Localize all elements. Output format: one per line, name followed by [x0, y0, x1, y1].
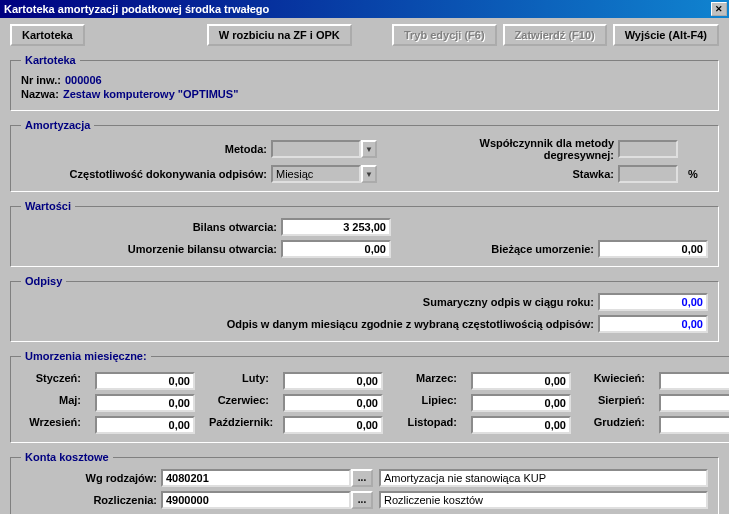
titlebar: Kartoteka amortyzacji podatkowej środka …: [0, 0, 729, 18]
amortyzacja-legend: Amortyzacja: [21, 119, 94, 131]
stawka-input[interactable]: [618, 165, 678, 183]
nazwa-value: Zestaw komputerowy "OPTIMUS": [63, 88, 238, 100]
window-title: Kartoteka amortyzacji podatkowej środka …: [2, 3, 711, 15]
month-value: 0,00: [471, 372, 571, 390]
wyjscie-button[interactable]: Wyjście (Alt-F4): [613, 24, 719, 46]
month-label: Czerwiec:: [209, 394, 269, 412]
nrinw-label: Nr inw.:: [21, 74, 61, 86]
rozl-label: Rozliczenia:: [21, 494, 161, 506]
stawka-label: Stawka:: [461, 168, 618, 180]
czest-value: Miesiąc: [271, 165, 361, 183]
konta-group: Konta kosztowe Wg rodzajów: 4080201 ... …: [10, 451, 719, 514]
kartoteka-legend: Kartoteka: [21, 54, 80, 66]
konta-legend: Konta kosztowe: [21, 451, 113, 463]
month-value: 0,00: [95, 372, 195, 390]
odpisy-legend: Odpisy: [21, 275, 66, 287]
biez-label: Bieżące umorzenie:: [391, 243, 598, 255]
metoda-label: Metoda:: [21, 143, 271, 155]
month-label: Kwiecień:: [585, 372, 645, 390]
rozbicie-button[interactable]: W rozbiciu na ZF i OPK: [207, 24, 352, 46]
mies-odpis-value: 0,00: [598, 315, 708, 333]
rodz-label: Wg rodzajów:: [21, 472, 161, 484]
nrinw-value: 000006: [65, 74, 102, 86]
zatwierdz-button[interactable]: Zatwierdź (F10): [503, 24, 607, 46]
czest-select[interactable]: Miesiąc ▼: [271, 165, 461, 183]
month-value: 0,00: [95, 394, 195, 412]
month-label: Wrzesień:: [21, 416, 81, 434]
month-label: Luty:: [209, 372, 269, 390]
rozl-code-input[interactable]: 4900000: [161, 491, 351, 509]
rozl-desc: Rozliczenie kosztów: [379, 491, 708, 509]
month-label: Sierpień:: [585, 394, 645, 412]
odpisy-group: Odpisy Sumaryczny odpis w ciągu roku: 0,…: [10, 275, 719, 342]
tryb-edycji-button[interactable]: Tryb edycji (F6): [392, 24, 497, 46]
sum-odpis-label: Sumaryczny odpis w ciągu roku:: [21, 296, 598, 308]
nazwa-label: Nazwa:: [21, 88, 59, 100]
miesiace-legend: Umorzenia miesięczne:: [21, 350, 151, 362]
month-label: Maj:: [21, 394, 81, 412]
rodz-desc: Amortyzacja nie stanowiąca KUP: [379, 469, 708, 487]
month-label: Listopad:: [397, 416, 457, 434]
pct-label: %: [688, 168, 708, 180]
month-value: 0,00: [659, 394, 729, 412]
metoda-value: [271, 140, 361, 158]
month-label: Lipiec:: [397, 394, 457, 412]
bilans-value: 3 253,00: [281, 218, 391, 236]
close-icon[interactable]: ✕: [711, 2, 727, 16]
month-label: Marzec:: [397, 372, 457, 390]
toolbar: Kartoteka W rozbiciu na ZF i OPK Tryb ed…: [10, 24, 719, 46]
month-value: 0,00: [471, 394, 571, 412]
month-value: 0,00: [283, 394, 383, 412]
month-value: 0,00: [95, 416, 195, 434]
window-content: Kartoteka W rozbiciu na ZF i OPK Tryb ed…: [0, 18, 729, 514]
month-value: 0,00: [659, 416, 729, 434]
kartoteka-group: Kartoteka Nr inw.: 000006 Nazwa: Zestaw …: [10, 54, 719, 111]
month-value: 0,00: [471, 416, 571, 434]
umorz-bil-value: 0,00: [281, 240, 391, 258]
mies-odpis-label: Odpis w danym miesiącu zgodnie z wybraną…: [21, 318, 598, 330]
month-value: 0,00: [283, 372, 383, 390]
metoda-select[interactable]: ▼: [271, 140, 461, 158]
month-value: 0,00: [659, 372, 729, 390]
wartosci-legend: Wartości: [21, 200, 75, 212]
bilans-label: Bilans otwarcia:: [21, 221, 281, 233]
umorz-bil-label: Umorzenie bilansu otwarcia:: [21, 243, 281, 255]
month-value: 0,00: [283, 416, 383, 434]
month-label: Styczeń:: [21, 372, 81, 390]
czest-label: Częstotliwość dokonywania odpisów:: [21, 168, 271, 180]
chevron-down-icon: ▼: [361, 140, 377, 158]
wspol-label: Współczynnik dla metody degresywnej:: [461, 137, 618, 161]
miesiace-group: Umorzenia miesięczne: Styczeń:0,00Luty:0…: [10, 350, 729, 443]
rodz-browse-button[interactable]: ...: [351, 469, 373, 487]
month-label: Grudzień:: [585, 416, 645, 434]
wspol-input[interactable]: [618, 140, 678, 158]
rodz-code-input[interactable]: 4080201: [161, 469, 351, 487]
rozl-browse-button[interactable]: ...: [351, 491, 373, 509]
biez-value: 0,00: [598, 240, 708, 258]
months-grid: Styczeń:0,00Luty:0,00Marzec:0,00Kwiecień…: [21, 372, 729, 434]
chevron-down-icon: ▼: [361, 165, 377, 183]
kartoteka-button[interactable]: Kartoteka: [10, 24, 85, 46]
sum-odpis-value: 0,00: [598, 293, 708, 311]
month-label: Październik:: [209, 416, 269, 434]
amortyzacja-group: Amortyzacja Metoda: ▼ Współczynnik dla m…: [10, 119, 719, 192]
wartosci-group: Wartości Bilans otwarcia: 3 253,00 Umorz…: [10, 200, 719, 267]
